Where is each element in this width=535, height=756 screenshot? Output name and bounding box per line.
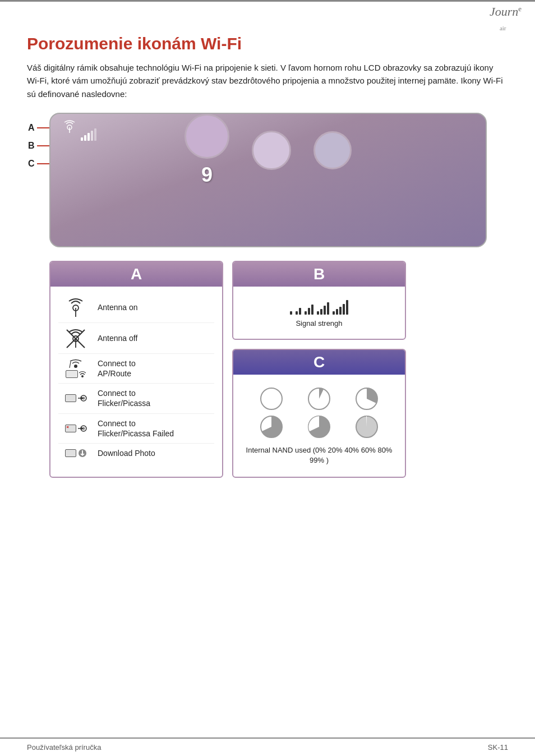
footer-right: SK-11 <box>488 743 508 752</box>
right-panels: B <box>232 261 406 478</box>
svg-line-15 <box>70 362 71 368</box>
signal-level-5 <box>333 299 348 315</box>
connect-flickr-label: Connect toFlicker/Picassa <box>98 388 150 408</box>
panel-b-body: Signal strengh <box>233 287 405 339</box>
connect-flickr-failed-icon: × <box>65 425 87 432</box>
logo-subtext: air <box>500 25 506 31</box>
signal-level-1 <box>290 299 292 315</box>
panel-c-body: Internal NAND used (0% 20% 40% 60% 80% 9… <box>233 375 405 477</box>
download-icon <box>65 449 87 458</box>
svg-point-16 <box>81 375 84 377</box>
panel-a-header: A <box>50 262 222 287</box>
page-footer: Používateľská príručka SK-11 <box>0 737 535 756</box>
antenna-off-icon <box>63 328 88 349</box>
nand-circles-grid <box>241 380 397 443</box>
antenna-on-label: Antenna on <box>98 302 138 312</box>
icon-row-antenna-on: Antenna on <box>58 292 214 323</box>
nand-0pct <box>260 387 283 411</box>
signal-level-4 <box>317 299 329 315</box>
page-title: Porozumenie ikonám Wi-Fi <box>27 34 508 53</box>
intro-text: Váš digitálny rámik obsahuje technológiu… <box>27 61 508 100</box>
antenna-off-label: Antenna off <box>98 333 137 343</box>
nand-80pct <box>307 415 331 439</box>
svg-point-28 <box>261 388 282 409</box>
failed-box: × <box>65 425 76 432</box>
panel-c: C <box>232 349 406 478</box>
signal-level-2 <box>296 299 301 315</box>
wifi-antenna-icon <box>62 119 77 135</box>
nand-label-text: Internal NAND used (0% 20% 40% 60% 80% 9… <box>246 446 393 464</box>
connect-flickr-failed-label: Connect toFlicker/Picassa Failed <box>98 418 174 439</box>
connect-flickr-failed-icon-cell: × <box>61 425 91 432</box>
download-label: Download Photo <box>98 448 155 458</box>
footer-left: Používateľská príručka <box>27 743 101 752</box>
connect-ap-icon <box>66 359 86 378</box>
main-content: Porozumenie ikonám Wi-Fi Váš digitálny r… <box>0 2 535 511</box>
nand-label: Internal NAND used (0% 20% 40% 60% 80% 9… <box>241 443 397 471</box>
arrow-circle-icon <box>78 394 87 402</box>
signal-label: Signal strengh <box>241 317 397 333</box>
icon-row-connect-flickr-failed: × Connect toFlicker/Picassa Failed <box>58 414 214 444</box>
icon-row-connect-ap: Connect toAP/Route <box>58 354 214 384</box>
connect-flickr-icon <box>65 394 87 402</box>
device-image-container: A B C <box>49 113 508 247</box>
signal-bars-row <box>241 292 397 317</box>
download-icon-cell <box>61 449 91 458</box>
device-thumb-1 <box>185 114 229 159</box>
device-thumb-3 <box>313 131 352 169</box>
panel-a-body: Antenna on Antenna off <box>50 287 222 468</box>
antenna-on-icon-cell <box>61 297 91 318</box>
icon-row-antenna-off: Antenna off <box>58 323 214 354</box>
panel-b: B <box>232 261 406 340</box>
signal-level-3 <box>305 299 313 315</box>
antenna-off-icon-cell <box>61 328 91 349</box>
frame-item-mid <box>252 131 291 170</box>
panel-a: A Antenna on <box>49 261 223 478</box>
logo-text: Journe <box>490 4 522 19</box>
wifi-waves-icon <box>68 359 84 369</box>
frame-content: 9 <box>50 114 486 187</box>
nand-60pct <box>260 415 283 439</box>
logo: Journe air <box>490 4 522 39</box>
connect-ap-label: Connect toAP/Route <box>98 358 136 379</box>
antenna-on-icon <box>63 297 88 318</box>
nand-40pct <box>355 387 379 411</box>
nand-20pct <box>307 387 331 411</box>
panel-c-header: C <box>233 350 405 375</box>
arrow-circle-failed-icon <box>78 425 87 432</box>
frame-item-right <box>313 131 352 169</box>
signal-bars-small <box>81 128 96 141</box>
icon-row-download: Download Photo <box>58 444 214 463</box>
connect-flickr-icon-cell <box>61 394 91 402</box>
router-icon <box>66 370 86 378</box>
device-thumb-2 <box>252 131 291 170</box>
icon-row-connect-flickr: Connect toFlicker/Picassa <box>58 384 214 413</box>
connect-ap-icon-cell <box>61 359 91 378</box>
frame-item-left: 9 <box>185 114 229 187</box>
wifi-small-icon <box>79 370 86 378</box>
nand-99pct <box>355 415 379 439</box>
svg-point-14 <box>74 365 77 368</box>
frame-number: 9 <box>201 163 213 187</box>
download-arrow-icon <box>78 449 87 458</box>
wifi-icons-area <box>62 119 96 141</box>
device-frame: 9 <box>49 113 487 247</box>
panels-row: A Antenna on <box>49 261 508 478</box>
panel-b-header: B <box>233 262 405 287</box>
